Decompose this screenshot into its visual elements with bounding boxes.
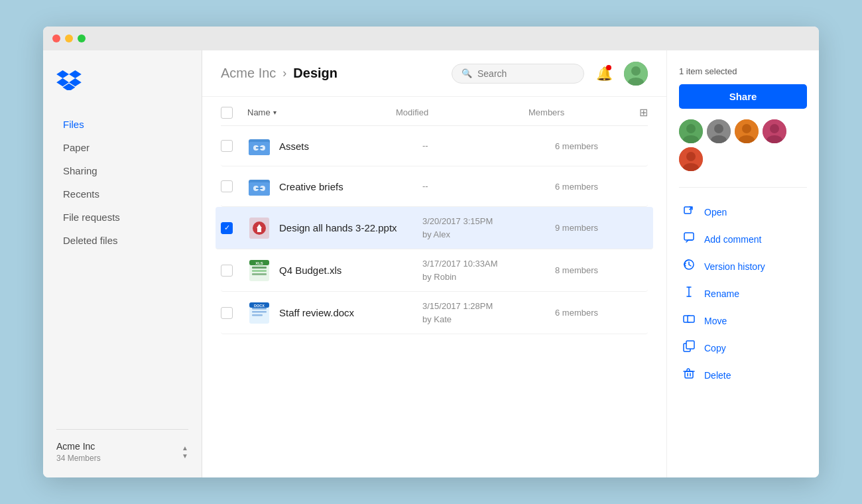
action-version-history[interactable]: Version history [679, 253, 807, 280]
search-icon: 🔍 [462, 68, 472, 78]
notification-dot [606, 65, 611, 70]
divider [679, 187, 807, 188]
svg-text:DOCX: DOCX [254, 304, 265, 308]
titlebar [43, 27, 819, 50]
header-modified-col: Modified [396, 107, 528, 117]
file-modified-assets: -- [422, 139, 555, 153]
sort-arrow-icon: ▾ [273, 109, 277, 116]
breadcrumb: Acme Inc › Design [221, 66, 338, 81]
file-modified-design-all-hands: 3/20/2017 3:15PM by Alex [422, 215, 555, 241]
action-add-comment[interactable]: Add comment [679, 225, 807, 253]
rename-icon [682, 286, 696, 301]
file-name-creative-briefs: Creative briefs [279, 181, 343, 192]
topbar-right: 🔍 🔔 [452, 62, 648, 86]
member-avatar-4[interactable] [763, 119, 786, 143]
org-members: 34 Members [56, 453, 101, 464]
org-switcher[interactable]: ▲ ▼ [182, 445, 188, 460]
action-delete-label: Delete [704, 370, 731, 381]
topbar: Acme Inc › Design 🔍 🔔 [202, 50, 666, 97]
file-modified-staff-review: 3/15/2017 1:28PM by Kate [422, 300, 555, 326]
action-add-comment-label: Add comment [704, 234, 761, 245]
chevron-up-icon: ▲ [182, 445, 188, 452]
row-check-design-all-hands[interactable]: ✓ [221, 222, 247, 234]
table-header: Name ▾ Modified Members ⊞ [221, 97, 648, 126]
action-open[interactable]: Open [679, 198, 807, 225]
sidebar-item-files[interactable]: Files [56, 113, 188, 135]
svg-rect-19 [252, 270, 267, 272]
member-avatar-3[interactable] [735, 119, 759, 143]
svg-rect-51 [688, 316, 694, 322]
svg-rect-24 [252, 308, 267, 310]
sidebar-item-deleted-files[interactable]: Deleted files [56, 229, 188, 251]
sidebar-item-paper[interactable]: Paper [56, 137, 188, 158]
checkbox-creative-briefs[interactable] [221, 180, 233, 192]
action-copy-label: Copy [704, 343, 726, 353]
right-panel: 1 item selected Share [666, 50, 819, 477]
row-check-q4-budget[interactable] [221, 265, 247, 277]
file-name-assets: Assets [279, 141, 309, 152]
action-delete[interactable]: Delete [679, 361, 807, 389]
chevron-down-icon: ▼ [182, 453, 188, 460]
svg-point-30 [686, 124, 696, 133]
table-row[interactable]: Assets -- 6 members [221, 126, 648, 166]
breadcrumb-parent: Acme Inc [221, 66, 276, 81]
svg-rect-26 [252, 314, 263, 316]
action-move-label: Move [704, 316, 727, 326]
file-name-design-all-hands: Design all hands 3-22.pptx [279, 222, 397, 233]
grid-view-icon[interactable]: ⊞ [639, 106, 648, 119]
row-check-creative-briefs[interactable] [221, 180, 247, 192]
checkbox-assets[interactable] [221, 140, 233, 152]
svg-point-42 [686, 152, 696, 161]
titlebar-dot-green [78, 34, 86, 42]
search-box[interactable]: 🔍 [452, 64, 584, 84]
delete-icon [682, 367, 696, 383]
sidebar-item-recents[interactable]: Recents [56, 183, 188, 205]
header-more-col: ⊞ [621, 106, 648, 119]
action-copy[interactable]: Copy [679, 334, 807, 361]
file-members-design-all-hands: 9 members [555, 223, 648, 233]
sidebar-item-sharing[interactable]: Sharing [56, 160, 188, 182]
window-body: Files Paper Sharing Recents File request… [43, 50, 819, 477]
table-row[interactable]: ✓ Design all hands 3-22.p [216, 207, 653, 249]
member-avatar-2[interactable] [707, 119, 731, 143]
action-move[interactable]: Move [679, 307, 807, 334]
header-name-col[interactable]: Name ▾ [247, 107, 396, 117]
checkbox-staff-review[interactable] [221, 307, 233, 319]
breadcrumb-current: Design [293, 66, 338, 81]
table-row[interactable]: XLS Q4 Budget.xls 3/17/2017 10:33AM by R… [221, 249, 648, 292]
row-check-staff-review[interactable] [221, 307, 247, 319]
move-icon [682, 313, 696, 328]
titlebar-dot-red [52, 34, 60, 42]
share-button[interactable]: Share [679, 84, 807, 109]
svg-rect-16 [257, 228, 261, 232]
select-all-checkbox[interactable] [221, 107, 233, 119]
table-row[interactable]: DOCX Staff review.docx 3/15/2017 1:28PM … [221, 292, 648, 334]
svg-rect-20 [252, 273, 267, 275]
svg-rect-45 [684, 233, 694, 240]
member-avatar-5[interactable] [679, 147, 703, 171]
row-check-assets[interactable] [221, 140, 247, 152]
member-avatar-1[interactable] [679, 119, 703, 143]
svg-rect-53 [686, 341, 694, 349]
comment-icon [682, 231, 696, 247]
file-name-q4-budget: Q4 Budget.xls [279, 265, 341, 276]
breadcrumb-separator: › [282, 66, 286, 80]
file-icon-design-all-hands [247, 216, 271, 240]
sidebar-item-file-requests[interactable]: File requests [56, 206, 188, 228]
open-icon [682, 204, 696, 220]
sidebar-nav: Files Paper Sharing Recents File request… [56, 113, 188, 253]
action-rename[interactable]: Rename [679, 280, 807, 307]
table-row[interactable]: Creative briefs -- 6 members [221, 166, 648, 207]
history-icon [682, 259, 696, 274]
file-members-assets: 6 members [555, 141, 648, 151]
notification-button[interactable]: 🔔 [592, 62, 616, 86]
search-input[interactable] [477, 68, 570, 79]
user-avatar[interactable] [624, 62, 648, 86]
file-icon-staff-review: DOCX [247, 301, 271, 325]
checkbox-q4-budget[interactable] [221, 265, 233, 277]
sidebar-footer-info: Acme Inc 34 Members [56, 440, 101, 464]
org-name: Acme Inc [56, 440, 101, 454]
file-modified-creative-briefs: -- [422, 180, 555, 193]
checkbox-design-all-hands[interactable]: ✓ [221, 222, 233, 234]
file-modified-q4-budget: 3/17/2017 10:33AM by Robin [422, 257, 555, 283]
